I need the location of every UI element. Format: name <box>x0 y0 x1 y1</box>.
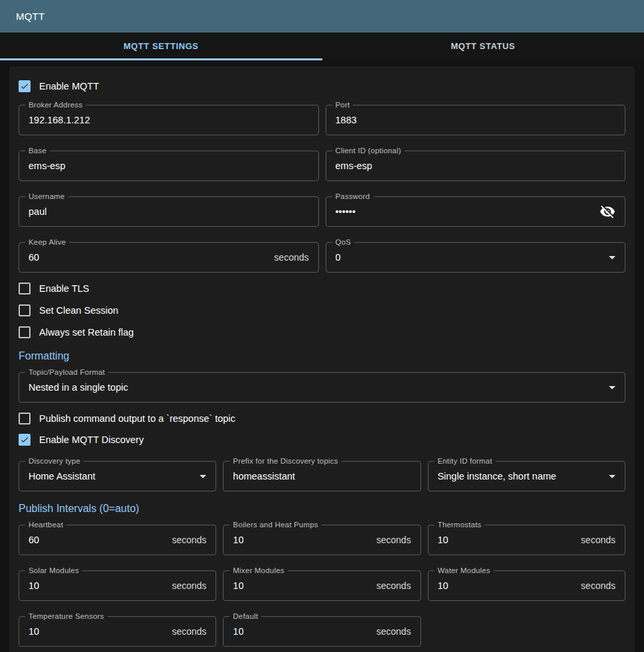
discovery-type-value: Home Assistant <box>29 471 96 482</box>
password-label: Password <box>332 192 373 200</box>
dropdown-arrow-icon <box>609 475 615 478</box>
clean-session-row: Set Clean Session <box>19 304 625 317</box>
keep-alive-value: 60 <box>29 252 39 263</box>
heartbeat-value: 60 <box>29 535 39 545</box>
app-header: MQTT <box>0 0 644 33</box>
client-id-field[interactable]: Client ID (optional) ems-esp <box>326 151 626 181</box>
broker-address-value: 192.168.1.212 <box>29 115 90 125</box>
water-interval-suffix: seconds <box>581 580 615 591</box>
checkmark-icon <box>20 434 29 445</box>
enable-discovery-checkbox[interactable] <box>19 434 31 446</box>
enable-tls-checkbox[interactable] <box>19 283 31 294</box>
username-value: paul <box>29 206 46 217</box>
page-title: MQTT <box>16 11 44 22</box>
enable-mqtt-row: Enable MQTT <box>19 80 625 93</box>
entity-format-value: Single instance, short name <box>438 471 556 482</box>
client-id-label: Client ID (optional) <box>332 147 405 155</box>
mixer-interval-field[interactable]: Mixer Modules 10 seconds <box>223 570 420 601</box>
default-interval-field[interactable]: Default 10 seconds <box>223 616 420 647</box>
water-interval-label: Water Modules <box>434 566 494 574</box>
keep-alive-label: Keep Alive <box>25 238 69 246</box>
discovery-type-label: Discovery type <box>25 457 84 465</box>
solar-interval-suffix: seconds <box>172 580 206 591</box>
broker-address-field[interactable]: Broker Address 192.168.1.212 <box>19 105 319 135</box>
water-interval-field[interactable]: Water Modules 10 seconds <box>428 570 625 601</box>
formatting-heading: Formatting <box>19 350 625 362</box>
publish-response-checkbox[interactable] <box>19 413 31 424</box>
password-field[interactable]: Password •••••• <box>326 196 626 227</box>
enable-discovery-row: Enable MQTT Discovery <box>19 433 625 446</box>
base-field[interactable]: Base ems-esp <box>19 151 319 181</box>
mqtt-settings-panel: Enable MQTT Broker Address 192.168.1.212… <box>9 66 635 652</box>
enable-tls-row: Enable TLS <box>19 282 625 295</box>
enable-mqtt-label: Enable MQTT <box>39 81 99 92</box>
discovery-type-select[interactable]: Discovery type Home Assistant <box>19 461 216 491</box>
username-label: Username <box>25 192 68 200</box>
publish-response-row: Publish command output to a `response` t… <box>19 412 625 425</box>
base-label: Base <box>25 147 50 155</box>
heartbeat-suffix: seconds <box>172 535 206 545</box>
discovery-prefix-field[interactable]: Prefix for the Discovery topics homeassi… <box>223 461 420 491</box>
keep-alive-field[interactable]: Keep Alive 60 seconds <box>19 242 319 273</box>
retain-flag-checkbox[interactable] <box>19 326 31 338</box>
solar-interval-field[interactable]: Solar Modules 10 seconds <box>19 570 216 601</box>
boilers-interval-value: 10 <box>233 535 243 545</box>
heartbeat-label: Heartbeat <box>25 521 66 529</box>
temperature-interval-value: 10 <box>29 626 39 637</box>
dropdown-arrow-icon <box>609 256 615 259</box>
thermostats-interval-value: 10 <box>438 535 448 545</box>
tab-bar: MQTT SETTINGS MQTT STATUS <box>0 33 644 60</box>
enable-discovery-label: Enable MQTT Discovery <box>39 434 144 445</box>
client-id-value: ems-esp <box>336 161 373 171</box>
retain-flag-label: Always set Retain flag <box>39 327 134 338</box>
broker-address-label: Broker Address <box>25 101 86 109</box>
entity-format-label: Entity ID format <box>434 457 495 465</box>
keep-alive-suffix: seconds <box>274 252 308 263</box>
username-field[interactable]: Username paul <box>19 196 319 227</box>
default-interval-suffix: seconds <box>377 626 411 637</box>
topic-format-select[interactable]: Topic/Payload Format Nested in a single … <box>19 372 625 403</box>
temperature-interval-suffix: seconds <box>172 626 206 637</box>
tab-mqtt-status[interactable]: MQTT STATUS <box>322 33 644 60</box>
temperature-interval-field[interactable]: Temperature Sensors 10 seconds <box>19 616 216 647</box>
solar-interval-value: 10 <box>29 580 39 591</box>
port-value: 1883 <box>336 115 357 125</box>
entity-format-select[interactable]: Entity ID format Single instance, short … <box>428 461 625 491</box>
mixer-interval-label: Mixer Modules <box>229 566 287 574</box>
thermostats-interval-field[interactable]: Thermostats 10 seconds <box>428 525 625 555</box>
retain-flag-row: Always set Retain flag <box>19 326 625 339</box>
mixer-interval-value: 10 <box>233 580 243 591</box>
clean-session-checkbox[interactable] <box>19 304 31 316</box>
boilers-interval-field[interactable]: Boilers and Heat Pumps 10 seconds <box>223 525 420 555</box>
thermostats-interval-label: Thermostats <box>434 521 485 529</box>
discovery-prefix-value: homeassistant <box>233 471 295 482</box>
port-field[interactable]: Port 1883 <box>326 105 626 135</box>
tab-mqtt-status-label: MQTT STATUS <box>451 41 515 51</box>
heartbeat-field[interactable]: Heartbeat 60 seconds <box>19 525 216 555</box>
boilers-interval-label: Boilers and Heat Pumps <box>229 521 321 529</box>
visibility-off-icon[interactable] <box>600 204 615 220</box>
tab-mqtt-settings-label: MQTT SETTINGS <box>123 41 198 51</box>
qos-label: QoS <box>332 238 355 246</box>
topic-format-value: Nested in a single topic <box>29 382 128 393</box>
default-interval-label: Default <box>229 612 261 620</box>
default-interval-value: 10 <box>233 626 243 637</box>
qos-select[interactable]: QoS 0 <box>326 242 626 273</box>
qos-value: 0 <box>336 252 341 263</box>
water-interval-value: 10 <box>438 580 448 591</box>
enable-mqtt-checkbox[interactable] <box>19 80 31 92</box>
dropdown-arrow-icon <box>200 475 206 478</box>
base-value: ems-esp <box>29 161 66 171</box>
mixer-interval-suffix: seconds <box>377 580 411 591</box>
tab-mqtt-settings[interactable]: MQTT SETTINGS <box>0 33 322 60</box>
solar-interval-label: Solar Modules <box>25 566 82 574</box>
publish-response-label: Publish command output to a `response` t… <box>39 413 235 424</box>
enable-tls-label: Enable TLS <box>39 283 90 294</box>
dropdown-arrow-icon <box>609 386 615 389</box>
thermostats-interval-suffix: seconds <box>581 535 615 545</box>
port-label: Port <box>332 101 354 109</box>
temperature-interval-label: Temperature Sensors <box>25 612 107 620</box>
publish-intervals-heading: Publish Intervals (0=auto) <box>19 503 625 515</box>
password-value: •••••• <box>336 206 355 217</box>
topic-format-label: Topic/Payload Format <box>25 368 108 376</box>
